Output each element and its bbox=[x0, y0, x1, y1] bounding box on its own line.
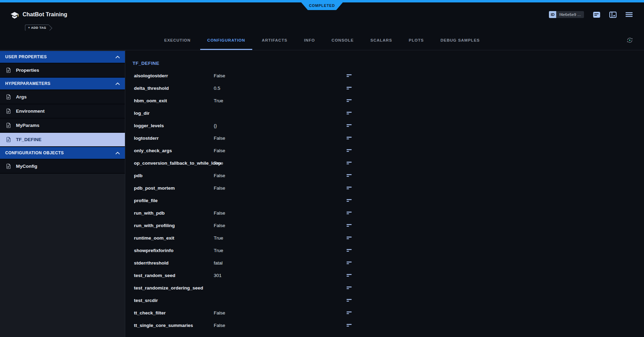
short-text-icon bbox=[346, 173, 353, 178]
param-description-button[interactable] bbox=[346, 297, 354, 303]
param-name: alsologtostderr bbox=[134, 73, 214, 78]
param-description-button[interactable] bbox=[346, 147, 354, 154]
param-description-button[interactable] bbox=[346, 197, 354, 204]
param-description-button[interactable] bbox=[346, 85, 354, 91]
sidebar-item-label: Properties bbox=[16, 68, 39, 73]
param-description-button[interactable] bbox=[346, 160, 354, 166]
param-name: test_random_seed bbox=[134, 273, 214, 278]
experiment-type-icon bbox=[10, 11, 19, 20]
tab-console[interactable]: CONSOLE bbox=[323, 31, 362, 50]
param-row: delta_threshold 0.5 bbox=[134, 82, 644, 94]
menu-button[interactable] bbox=[626, 12, 633, 17]
sidebar-item-myparams[interactable]: MyParams bbox=[0, 119, 125, 133]
param-description-button[interactable] bbox=[346, 72, 354, 79]
param-name: run_with_pdb bbox=[134, 210, 214, 216]
param-value: False bbox=[214, 210, 346, 216]
short-text-icon bbox=[346, 310, 353, 315]
short-text-icon bbox=[346, 273, 353, 278]
details-card-icon bbox=[593, 11, 600, 18]
tab-execution[interactable]: EXECUTION bbox=[156, 31, 199, 50]
page-title: ChatBot Training bbox=[23, 11, 67, 18]
param-description-button[interactable] bbox=[346, 172, 354, 179]
param-name: runtime_oom_exit bbox=[134, 235, 214, 241]
param-value: True bbox=[214, 161, 346, 166]
task-id-badge[interactable]: ID f4e6e5e9 ... bbox=[549, 11, 584, 18]
tab-label: CONSOLE bbox=[332, 38, 354, 42]
param-description-button[interactable] bbox=[346, 210, 354, 216]
sidebar-item-properties[interactable]: Properties bbox=[0, 63, 125, 78]
param-name: delta_threshold bbox=[134, 86, 214, 91]
param-row: pdb_post_mortem False bbox=[134, 182, 644, 194]
menu-icon bbox=[626, 12, 633, 17]
param-description-button[interactable] bbox=[346, 122, 354, 129]
param-row: alsologtostderr False bbox=[134, 69, 644, 82]
sidebar-item-label: TF_DEFINE bbox=[16, 137, 42, 142]
param-description-button[interactable] bbox=[346, 97, 354, 104]
param-description-button[interactable] bbox=[346, 235, 354, 241]
sidebar-section-title: USER PROPERTIES bbox=[5, 54, 47, 59]
main-content: TF_DEFINE alsologtostderr False delta_th… bbox=[125, 50, 644, 337]
tab-scalars[interactable]: SCALARS bbox=[362, 31, 400, 50]
param-row: logtostderr False bbox=[134, 132, 644, 144]
param-description-button[interactable] bbox=[346, 110, 354, 116]
document-icon bbox=[6, 108, 11, 114]
param-description-button[interactable] bbox=[346, 247, 354, 253]
short-text-icon bbox=[346, 161, 353, 165]
param-value: False bbox=[214, 310, 346, 316]
id-value: f4e6e5e9 ... bbox=[556, 11, 584, 18]
app-header: COMPLETED ChatBot Training + ADD TAG ID … bbox=[0, 0, 644, 31]
sidebar-item-tf-define[interactable]: TF_DEFINE bbox=[0, 133, 125, 147]
sidebar-item-myconfig[interactable]: MyConfig bbox=[0, 159, 125, 174]
param-row: run_with_profiling False bbox=[134, 219, 644, 232]
param-value: 0.5 bbox=[214, 86, 346, 91]
param-description-button[interactable] bbox=[346, 322, 354, 328]
layout-panel-button[interactable] bbox=[609, 11, 617, 18]
short-text-icon bbox=[346, 210, 353, 215]
sidebar-item-args[interactable]: Args bbox=[0, 90, 125, 104]
param-description-button[interactable] bbox=[346, 222, 354, 228]
chevron-up-icon bbox=[116, 152, 120, 154]
sidebar-section-configuration-objects[interactable]: CONFIGURATION OBJECTS bbox=[0, 147, 125, 159]
sidebar-item-label: MyConfig bbox=[16, 164, 37, 169]
details-card-button[interactable] bbox=[593, 11, 600, 18]
sidebar-section-hyperparameters[interactable]: HYPERPARAMETERS bbox=[0, 78, 125, 90]
sidebar-section-user-properties[interactable]: USER PROPERTIES bbox=[0, 51, 125, 63]
sidebar: USER PROPERTIES Properties HYPERPARAMETE… bbox=[0, 50, 125, 337]
short-text-icon bbox=[346, 111, 353, 115]
param-row: run_with_pdb False bbox=[134, 207, 644, 219]
short-text-icon bbox=[346, 136, 353, 140]
param-description-button[interactable] bbox=[346, 135, 354, 141]
tab-info[interactable]: INFO bbox=[296, 31, 323, 50]
param-name: hbm_oom_exit bbox=[134, 98, 214, 103]
param-description-button[interactable] bbox=[346, 272, 354, 278]
param-row: stderrthreshold fatal bbox=[134, 257, 644, 269]
tab-label: DEBUG SAMPLES bbox=[440, 38, 480, 42]
header-actions: ID f4e6e5e9 ... bbox=[549, 11, 633, 18]
param-value: fatal bbox=[214, 260, 346, 266]
tab-label: INFO bbox=[304, 38, 315, 42]
param-description-button[interactable] bbox=[346, 185, 354, 191]
param-description-button[interactable] bbox=[346, 310, 354, 316]
param-row: profile_file bbox=[134, 194, 644, 207]
param-name: tt_single_core_summaries bbox=[134, 323, 214, 328]
tab-configuration[interactable]: CONFIGURATION bbox=[199, 31, 253, 50]
tab-label: SCALARS bbox=[370, 38, 392, 42]
param-description-button[interactable] bbox=[346, 285, 354, 291]
param-row: hbm_oom_exit True bbox=[134, 94, 644, 107]
tab-debug-samples[interactable]: DEBUG SAMPLES bbox=[432, 31, 488, 50]
param-name: pdb bbox=[134, 173, 214, 178]
auto-refresh-button[interactable] bbox=[626, 36, 634, 44]
param-row: log_dir bbox=[134, 107, 644, 119]
tab-artifacts[interactable]: ARTIFACTS bbox=[254, 31, 296, 50]
sidebar-item-environment[interactable]: Environment bbox=[0, 104, 125, 119]
param-description-button[interactable] bbox=[346, 260, 354, 266]
param-row: only_check_args False bbox=[134, 144, 644, 157]
add-tag-button[interactable]: + ADD TAG bbox=[25, 25, 49, 31]
document-icon bbox=[6, 122, 11, 128]
tab-plots[interactable]: PLOTS bbox=[400, 31, 432, 50]
sidebar-section-title: CONFIGURATION OBJECTS bbox=[5, 150, 64, 155]
param-value: False bbox=[214, 323, 346, 328]
param-row: logger_levels {} bbox=[134, 119, 644, 132]
short-text-icon bbox=[346, 248, 353, 253]
param-row: op_conversion_fallback_to_while_loop Tru… bbox=[134, 157, 644, 169]
